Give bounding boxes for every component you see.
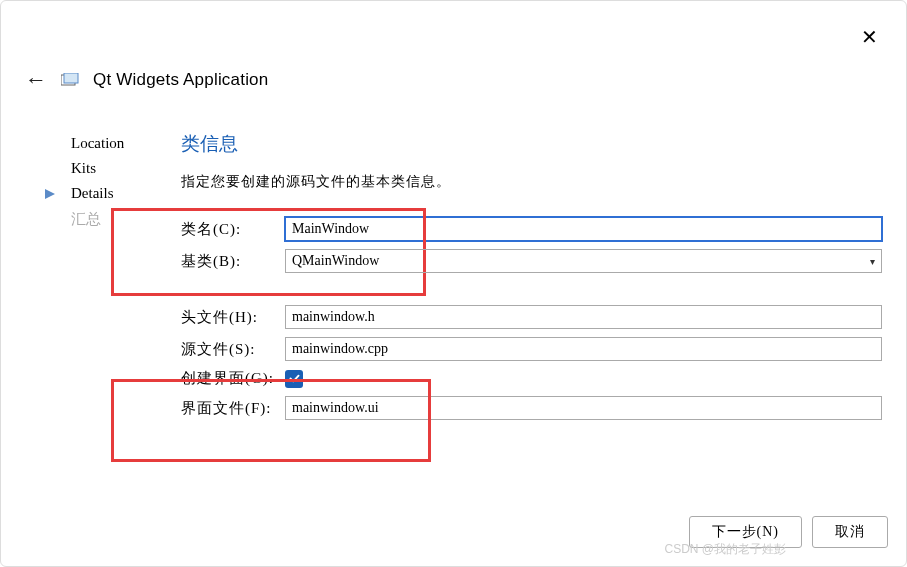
ui-file-label: 界面文件(F): [181, 399, 285, 418]
watermark: CSDN @我的老子姓彭 [664, 541, 786, 558]
sidebar-item-summary: 汇总 [51, 206, 161, 233]
ui-file-input[interactable] [285, 396, 882, 420]
sidebar-item-details[interactable]: Details [51, 181, 161, 206]
app-icon [61, 73, 79, 87]
base-class-value: QMainWindow [292, 253, 379, 269]
header-file-input[interactable] [285, 305, 882, 329]
base-class-select[interactable]: QMainWindow ▾ [285, 249, 882, 273]
create-ui-label: 创建界面(G): [181, 369, 285, 388]
source-file-label: 源文件(S): [181, 340, 285, 359]
subtitle: 指定您要创建的源码文件的基本类信息。 [181, 173, 882, 191]
svg-rect-1 [64, 73, 78, 83]
main-panel: 类信息 指定您要创建的源码文件的基本类信息。 类名(C): 基类(B): QMa… [171, 131, 906, 428]
sidebar-item-label: Details [71, 185, 114, 201]
base-class-label: 基类(B): [181, 252, 285, 271]
close-icon[interactable]: ✕ [861, 25, 878, 49]
sidebar-item-label: Kits [71, 160, 96, 176]
create-ui-checkbox[interactable] [285, 370, 303, 388]
source-file-input[interactable] [285, 337, 882, 361]
sidebar-item-kits[interactable]: Kits [51, 156, 161, 181]
class-name-label: 类名(C): [181, 220, 285, 239]
class-name-input[interactable] [285, 217, 882, 241]
section-title: 类信息 [181, 131, 882, 157]
chevron-down-icon: ▾ [870, 256, 875, 267]
cancel-button[interactable]: 取消 [812, 516, 888, 548]
header: ← Qt Widgets Application [1, 1, 906, 91]
sidebar: Location Kits Details 汇总 [51, 131, 171, 428]
sidebar-item-label: Location [71, 135, 124, 151]
back-arrow-icon[interactable]: ← [25, 69, 47, 91]
sidebar-item-label: 汇总 [71, 211, 101, 227]
sidebar-item-location[interactable]: Location [51, 131, 161, 156]
page-title: Qt Widgets Application [93, 70, 268, 90]
header-file-label: 头文件(H): [181, 308, 285, 327]
